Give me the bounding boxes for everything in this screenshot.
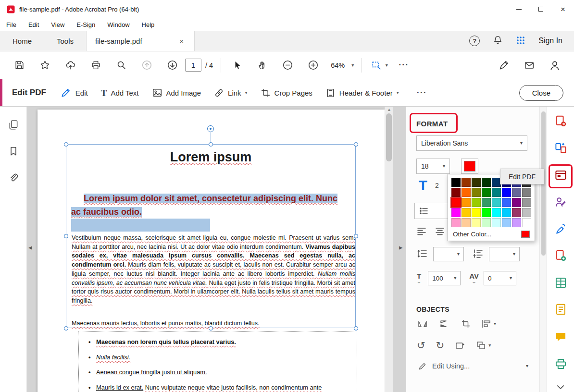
resize-handle-mid-left[interactable] — [64, 234, 68, 238]
rotation-handle[interactable] — [207, 125, 214, 132]
color-swatch[interactable] — [492, 208, 501, 217]
flip-vertical-button[interactable] — [439, 319, 450, 329]
color-swatch[interactable] — [462, 218, 471, 227]
crop-object-button[interactable] — [461, 319, 471, 329]
app-grid-icon[interactable] — [516, 36, 525, 47]
tab-document[interactable]: file-sample.pdf × — [86, 31, 195, 51]
minimize-button[interactable] — [508, 0, 530, 18]
collapse-right-panel-button[interactable]: ▸ — [399, 243, 403, 252]
search-button[interactable] — [109, 56, 134, 75]
color-swatch[interactable] — [472, 208, 481, 217]
color-swatch[interactable] — [472, 188, 481, 197]
color-swatch[interactable] — [512, 198, 521, 207]
tab-home[interactable]: Home — [0, 31, 44, 51]
scrollbar-thumb[interactable] — [386, 113, 392, 161]
menu-view[interactable]: View — [51, 21, 64, 28]
color-swatch[interactable] — [522, 208, 531, 217]
arrange-objects-button[interactable]: ▾ — [476, 341, 491, 350]
close-window-button[interactable]: × — [552, 0, 574, 18]
resize-handle-bottom-right[interactable] — [354, 326, 358, 331]
crop-pages-button[interactable]: Crop Pages — [261, 88, 312, 98]
color-swatch[interactable] — [512, 188, 521, 197]
star-favorite-button[interactable] — [32, 56, 58, 75]
align-objects-button[interactable]: ▾ — [481, 319, 496, 329]
flip-horizontal-button[interactable] — [417, 319, 428, 329]
color-swatch[interactable] — [472, 198, 481, 207]
user-avatar-button[interactable] — [542, 56, 567, 75]
resize-handle-bottom-left[interactable] — [64, 326, 68, 331]
font-family-dropdown[interactable]: Liberation Sans ▾ — [416, 135, 527, 151]
edit-using-dropdown[interactable]: Edit Using... ▾ — [418, 361, 528, 371]
close-edit-pdf-button[interactable]: Close — [519, 85, 563, 101]
align-center-button[interactable] — [435, 227, 445, 235]
color-swatch[interactable] — [472, 178, 481, 187]
create-pdf-tool-button[interactable] — [552, 248, 569, 264]
more-tools-button[interactable] — [552, 383, 569, 392]
menu-window[interactable]: Window — [107, 21, 129, 28]
selected-paragraph[interactable]: Lorem ipsum dolor sit amet, consectetur … — [71, 192, 349, 219]
body-paragraph[interactable]: Vestibulum neque massa, scelerisque sit … — [72, 233, 355, 306]
toolbar-more-button[interactable]: ··· — [394, 60, 413, 70]
next-page-button[interactable] — [160, 56, 185, 75]
color-swatch[interactable] — [502, 198, 511, 207]
color-swatch[interactable] — [522, 218, 531, 227]
menu-help[interactable]: Help — [142, 21, 155, 28]
edit-tool-button[interactable]: Edit — [60, 87, 88, 98]
superscript-icon[interactable]: 2 — [435, 182, 439, 189]
text-style-icon[interactable]: T — [419, 179, 427, 193]
color-swatch[interactable] — [502, 188, 511, 197]
color-swatch[interactable] — [472, 218, 481, 227]
help-icon[interactable]: ? — [469, 36, 480, 46]
export-spreadsheet-tool-button[interactable] — [552, 275, 569, 291]
color-swatch[interactable] — [462, 178, 471, 187]
color-swatch[interactable] — [512, 218, 521, 227]
scan-ocr-tool-button[interactable] — [552, 356, 569, 372]
closing-line[interactable]: Maecenas mauris lectus, lobortis et puru… — [72, 320, 260, 327]
previous-page-button[interactable] — [134, 56, 160, 75]
marquee-zoom-tool-button[interactable]: ▾ — [365, 56, 394, 75]
resize-handle-bottom-center[interactable] — [209, 326, 213, 331]
sign-in-button[interactable]: Sign In — [538, 37, 562, 45]
pdf-page[interactable]: Lorem ipsum Lorem ipsum dolor sit amet, … — [37, 110, 385, 392]
maximize-button[interactable] — [530, 0, 552, 18]
color-swatch[interactable] — [502, 208, 511, 217]
request-signatures-tool-button[interactable] — [552, 194, 569, 210]
bullet-list-frame[interactable]: Maecenas non lorem quis tellus placerat … — [78, 331, 357, 392]
color-swatch[interactable] — [451, 218, 461, 227]
color-swatch[interactable] — [482, 198, 491, 207]
list-item[interactable]: Nulla facilisi. — [86, 353, 352, 361]
export-pdf-tool-button[interactable] — [552, 113, 569, 129]
close-tab-icon[interactable]: × — [177, 36, 186, 46]
color-swatch[interactable] — [451, 178, 461, 187]
email-button[interactable] — [516, 56, 542, 75]
menu-edit[interactable]: Edit — [28, 21, 39, 28]
color-swatch[interactable] — [462, 188, 471, 197]
color-swatch[interactable] — [451, 188, 461, 197]
zoom-level-dropdown[interactable]: 64% ▾ — [326, 60, 359, 71]
color-swatch[interactable] — [502, 218, 511, 227]
menu-file[interactable]: File — [6, 21, 16, 28]
font-size-dropdown[interactable]: 18 ▾ — [416, 159, 450, 174]
page-number-input[interactable] — [185, 59, 201, 72]
font-color-button[interactable] — [461, 159, 478, 174]
color-swatch[interactable] — [512, 208, 521, 217]
resize-handle-top-right[interactable] — [354, 142, 358, 147]
color-swatch[interactable] — [451, 198, 461, 207]
share-cloud-button[interactable] — [58, 56, 83, 75]
add-image-button[interactable]: Add Image — [152, 87, 201, 98]
color-swatch[interactable] — [482, 218, 491, 227]
add-text-button[interactable]: T Add Text — [101, 88, 139, 98]
save-button[interactable] — [7, 56, 32, 75]
comment-tool-button[interactable] — [552, 329, 569, 345]
resize-handle-mid-right[interactable] — [354, 234, 358, 238]
color-swatch[interactable] — [522, 188, 531, 197]
document-canvas[interactable]: Lorem ipsum Lorem ipsum dolor sit amet, … — [27, 107, 406, 392]
list-item[interactable]: Maecenas non lorem quis tellus placerat … — [86, 338, 352, 346]
notifications-bell-icon[interactable] — [493, 35, 503, 47]
color-swatch[interactable] — [482, 188, 491, 197]
color-swatch[interactable] — [462, 198, 471, 207]
edit-pdf-tool-button[interactable] — [552, 167, 569, 183]
sign-pen-button[interactable] — [491, 56, 516, 75]
bookmarks-button[interactable] — [7, 146, 20, 157]
organize-pages-tool-button[interactable] — [552, 140, 569, 156]
